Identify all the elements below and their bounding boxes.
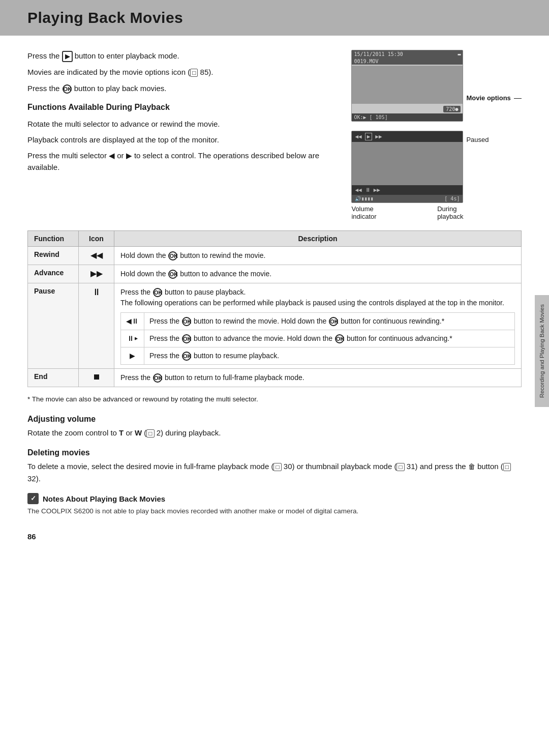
desc-end: Press the OK button to return to full-fr… — [114, 369, 522, 387]
table-row-pause: Pause ⏸ Press the OK button to pause pla… — [28, 283, 522, 369]
nested-desc-resume: Press the OK button to resume playback. — [144, 347, 515, 365]
nested-pause-table: ◀⏸ Press the OK button to rewind the mov… — [120, 312, 515, 365]
deleting-movies-heading: Deleting movies — [27, 448, 522, 457]
camera-screen-movie: 15/11/2011 15:30 ▬ 0019.MOV 720● OK:▶ [ … — [351, 50, 463, 122]
cam-datetime: 15/11/2011 15:30 ▬ — [352, 50, 463, 58]
movie-options-label-area: Movie options — — [466, 50, 522, 102]
paused-label: Paused — [466, 136, 489, 143]
icon-advance: ▶▶ — [79, 265, 114, 283]
pause-desc-line2: The following operations can be performe… — [120, 298, 515, 308]
camera-screens: 15/11/2011 15:30 ▬ 0019.MOV 720● OK:▶ [ … — [351, 50, 522, 220]
icon-pause: ⏸ — [79, 283, 114, 369]
cam-controls-bottom: ◀◀⏸▶▶ — [352, 185, 463, 195]
pause-desc-intro: Press the OK button to pause playback. — [120, 287, 515, 298]
nested-desc-advance: Press the OK button to advance the movie… — [144, 330, 515, 347]
ok-icon: OK — [63, 84, 72, 94]
intro-p3: Press the OK button to play back movies. — [27, 82, 336, 94]
icon-end: ⏹ — [79, 369, 114, 387]
cam-bottom-bar-1: OK:▶ [ 10S] — [352, 113, 463, 121]
ok-icon-rewind: OK — [168, 251, 177, 260]
volume-indicator-label: Volumeindicator — [351, 205, 376, 220]
during-playback-label: Duringplayback — [437, 205, 463, 220]
table-row-advance: Advance ▶▶ Hold down the OK button to ad… — [28, 265, 522, 283]
nested-icon-rewind: ◀⏸ — [121, 313, 144, 330]
table-header-row: Function Icon Description — [28, 231, 522, 247]
movie-options-label: Movie options — [466, 94, 510, 102]
ok-icon-nested-adv: OK — [182, 334, 191, 343]
func-pause: Pause — [28, 283, 79, 369]
nested-icon-resume: ▶ — [121, 347, 144, 365]
func-rewind: Rewind — [28, 247, 79, 265]
func-advance: Advance — [28, 265, 79, 283]
main-content: Press the ▶ button to enter playback mod… — [0, 36, 549, 555]
paused-label-area: Paused — [466, 131, 489, 143]
nested-desc-rewind: Press the OK button to rewind the movie.… — [144, 313, 515, 330]
camera-screen-paused: ◀◀▶▶▶ ◀◀⏸▶▶ 🔊▮▮▮▮[ 4s] — [351, 131, 463, 203]
functions-text-3: Press the multi selector ◀ or ▶ to selec… — [27, 150, 336, 173]
intro-p1: Press the ▶ button to enter playback mod… — [27, 50, 336, 62]
desc-rewind: Hold down the OK button to rewind the mo… — [114, 247, 522, 265]
functions-text-2: Playback controls are displayed at the t… — [27, 134, 336, 146]
icon-rewind: ◀◀ — [79, 247, 114, 265]
cam-volume-bar: 🔊▮▮▮▮[ 4s] — [352, 195, 463, 202]
ok-icon-nested-adv2: OK — [335, 334, 344, 343]
desc-advance: Hold down the OK button to advance the m… — [114, 265, 522, 283]
cam-viewfinder-2 — [352, 142, 463, 185]
table-row-rewind: Rewind ◀◀ Hold down the OK button to rew… — [28, 247, 522, 265]
page-number-area: 86 — [27, 532, 522, 541]
page-number: 86 — [27, 532, 36, 541]
footnote: * The movie can also be advanced or rewo… — [27, 394, 522, 404]
table-row-end: End ⏹ Press the OK button to return to f… — [28, 369, 522, 387]
func-end: End — [28, 369, 79, 387]
top-section: Press the ▶ button to enter playback mod… — [27, 50, 522, 220]
deleting-movies-text: To delete a movie, select the desired mo… — [27, 460, 522, 485]
page-header: Playing Back Movies — [0, 0, 549, 36]
notes-icon: ✓ — [27, 493, 39, 504]
cam-screen-labels: Volumeindicator Duringplayback — [351, 205, 463, 220]
ok-icon-advance: OK — [168, 270, 177, 279]
notes-heading: ✓ Notes About Playing Back Movies — [27, 493, 522, 504]
intro-p2: Movies are indicated by the movie option… — [27, 66, 336, 78]
desc-pause: Press the OK button to pause playback. T… — [114, 283, 522, 369]
cam-badge: 720● — [443, 106, 461, 112]
cam-controls-paused: ◀◀▶▶▶ — [352, 131, 463, 142]
notes-heading-text: Notes About Playing Back Movies — [43, 495, 165, 503]
th-description: Description — [114, 231, 522, 247]
ok-icon-nested-res: OK — [182, 352, 191, 361]
functions-heading: Functions Available During Playback — [27, 101, 336, 114]
camera-screen-2-wrapper: ◀◀▶▶▶ ◀◀⏸▶▶ 🔊▮▮▮▮[ 4s] Volumeindic — [351, 131, 522, 220]
right-sidebar: Recording and Playing Back Movies — [535, 295, 549, 407]
sidebar-label: Recording and Playing Back Movies — [539, 304, 545, 398]
ok-icon-nested-rw: OK — [182, 317, 191, 326]
intro-text: Press the ▶ button to enter playback mod… — [27, 50, 336, 220]
camera-screen-1: 15/11/2011 15:30 ▬ 0019.MOV 720● OK:▶ [ … — [351, 50, 522, 122]
notes-text: The COOLPIX S6200 is not able to play ba… — [27, 506, 522, 516]
th-icon: Icon — [79, 231, 114, 247]
th-function: Function — [28, 231, 79, 247]
notes-box: ✓ Notes About Playing Back Movies The CO… — [27, 493, 522, 516]
nested-row-advance: ⏸▶ Press the OK button to advance the mo… — [121, 330, 515, 347]
ok-icon-pause: OK — [153, 288, 162, 297]
ok-icon-nested-rw2: OK — [329, 317, 338, 326]
cam-filename: 0019.MOV — [352, 58, 463, 65]
nested-row-rewind: ◀⏸ Press the OK button to rewind the mov… — [121, 313, 515, 330]
nested-row-resume: ▶ Press the OK button to resume playback… — [121, 347, 515, 365]
adjusting-volume-text: Rotate the zoom control to T or W (□ 2) … — [27, 427, 522, 439]
function-table: Function Icon Description Rewind ◀◀ Hold… — [27, 230, 522, 387]
adjusting-volume-heading: Adjusting volume — [27, 415, 522, 424]
ok-icon-end: OK — [153, 373, 162, 383]
page-title: Playing Back Movies — [27, 9, 522, 26]
functions-text-1: Rotate the multi selector to advance or … — [27, 118, 336, 130]
cam-viewfinder-1 — [352, 66, 463, 104]
nested-icon-advance: ⏸▶ — [121, 330, 144, 347]
